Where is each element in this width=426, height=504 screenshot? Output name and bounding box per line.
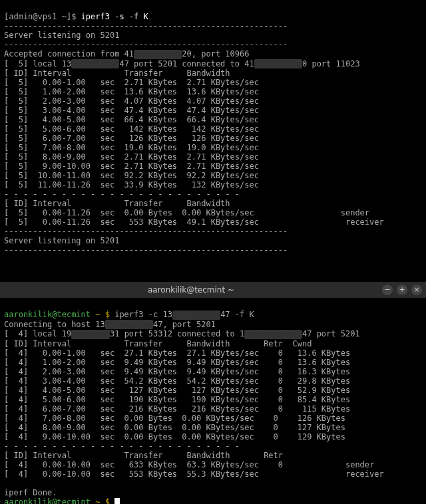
- summary-header: [ ID] Interval Transfer Bandwidth: [4, 199, 230, 208]
- redacted-ip: xxxxxxxxxx: [71, 59, 119, 68]
- row: [ 5] 5.00-6.00 sec 142 KBytes 142 KBytes…: [4, 124, 259, 134]
- row: [ 5] 1.00-2.00 sec 13.6 KBytes 13.6 KByt…: [4, 87, 259, 96]
- summary-row: [ 5] 0.00-11.26 sec 553 KBytes 49.1 KByt…: [4, 217, 384, 227]
- divider: ----------------------------------------…: [4, 40, 288, 49]
- row: [ 4] 9.00-10.00 sec 0.00 Bytes 0.00 KByt…: [4, 432, 345, 441]
- redacted-ip: xxxxxxxxxx: [134, 50, 182, 59]
- command: iperf3 -s -f K: [81, 12, 148, 21]
- row: [ 4] 2.00-3.00 sec 9.49 KBytes 9.49 KByt…: [4, 367, 350, 376]
- row: [ 4] 0.00-1.00 sec 27.1 KBytes 27.1 KByt…: [4, 348, 350, 358]
- row: [ 4] 4.00-5.00 sec 127 KBytes 127 KBytes…: [4, 386, 350, 395]
- summary-header: [ ID] Interval Transfer Bandwidth Retr: [4, 451, 283, 460]
- command: iperf3 -c 13xxxxxxxxxx47 -f K: [114, 310, 254, 319]
- row: [ 5] 0.00-1.00 sec 2.71 KBytes 2.71 KByt…: [4, 78, 259, 87]
- prompt: [admin@vps1 ~]$: [4, 12, 76, 21]
- row: [ 5] 8.00-9.00 sec 2.71 KBytes 2.71 KByt…: [4, 152, 259, 162]
- row: [ 5] 11.00-11.26 sec 33.9 KBytes 132 KBy…: [4, 180, 259, 189]
- connecting-line: Connecting to host 13xxxxxxxxxx47, port …: [4, 320, 216, 329]
- redacted-ip: xxxxxxxxxxxx: [244, 330, 302, 339]
- window-titlebar[interactable]: aaronkilik@tecmint ~ − + ×: [0, 282, 426, 298]
- row: [ 4] 8.00-9.00 sec 0.00 Bytes 0.00 KByte…: [4, 423, 345, 432]
- divider: ----------------------------------------…: [4, 21, 288, 31]
- window-title: aaronkilik@tecmint ~: [0, 285, 382, 295]
- header: [ ID] Interval Transfer Bandwidth Retr C…: [4, 339, 312, 348]
- summary-row: [ 5] 0.00-11.26 sec 0.00 Bytes 0.00 KByt…: [4, 208, 369, 217]
- conn-line: [ 4] local 19xxxxxxxx31 port 53312 conne…: [4, 329, 360, 338]
- accepted-line: Accepted connection from 41xxxxxxxxxx20,…: [4, 49, 249, 59]
- row: [ 5] 9.00-10.00 sec 2.71 KBytes 2.71 KBy…: [4, 162, 259, 171]
- conn-line: [ 5] local 13xxxxxxxxxx47 port 5201 conn…: [4, 59, 360, 68]
- dash: - - - - - - - - - - - - - - - - - - - - …: [4, 441, 240, 451]
- summary-row: [ 4] 0.00-10.00 sec 553 KBytes 55.3 KByt…: [4, 469, 384, 479]
- row: [ 4] 3.00-4.00 sec 54.2 KBytes 54.2 KByt…: [4, 376, 350, 386]
- done: iperf Done.: [4, 488, 57, 497]
- row: [ 4] 6.00-7.00 sec 216 KBytes 216 KBytes…: [4, 404, 350, 414]
- server-terminal[interactable]: [admin@vps1 ~]$ iperf3 -s -f K ---------…: [0, 0, 426, 282]
- dash: - - - - - - - - - - - - - - - - - - - - …: [4, 189, 240, 199]
- cursor: [114, 498, 120, 504]
- listening: Server listening on 5201: [4, 236, 119, 245]
- prompt: aaronkilik@tecmint ~ $: [4, 497, 114, 505]
- redacted-ip: xxxxxxxxxx: [105, 320, 153, 329]
- minimize-button[interactable]: −: [382, 285, 393, 295]
- prompt: aaronkilik@tecmint ~ $: [4, 310, 114, 319]
- divider: ----------------------------------------…: [4, 245, 288, 255]
- row: [ 5] 4.00-5.00 sec 66.4 KBytes 66.4 KByt…: [4, 115, 259, 124]
- redacted-ip: xxxxxxxxxx: [172, 311, 220, 320]
- row: [ 4] 7.00-8.00 sec 0.00 Bytes 0.00 KByte…: [4, 414, 345, 423]
- divider: ----------------------------------------…: [4, 227, 288, 236]
- row: [ 4] 5.00-6.00 sec 190 KBytes 190 KBytes…: [4, 395, 350, 404]
- summary-row: [ 4] 0.00-10.00 sec 633 KBytes 63.3 KByt…: [4, 460, 374, 469]
- row: [ 5] 10.00-11.00 sec 92.2 KBytes 92.2 KB…: [4, 171, 259, 180]
- row: [ 5] 2.00-3.00 sec 4.07 KBytes 4.07 KByt…: [4, 96, 259, 106]
- client-terminal[interactable]: aaronkilik@tecmint ~ $ iperf3 -c 13xxxxx…: [0, 298, 426, 504]
- close-button[interactable]: ×: [411, 285, 422, 295]
- listening: Server listening on 5201: [4, 31, 119, 40]
- header: [ ID] Interval Transfer Bandwidth: [4, 68, 230, 78]
- redacted-ip: xxxxxxxx: [71, 330, 110, 339]
- row: [ 5] 3.00-4.00 sec 47.4 KBytes 47.4 KByt…: [4, 106, 259, 115]
- row: [ 4] 1.00-2.00 sec 9.49 KBytes 9.49 KByt…: [4, 358, 350, 367]
- maximize-button[interactable]: +: [397, 285, 407, 295]
- redacted-ip: xxxxxxxxxx: [254, 59, 302, 68]
- row: [ 5] 7.00-8.00 sec 19.0 KBytes 19.0 KByt…: [4, 143, 259, 152]
- row: [ 5] 6.00-7.00 sec 126 KBytes 126 KBytes…: [4, 134, 259, 143]
